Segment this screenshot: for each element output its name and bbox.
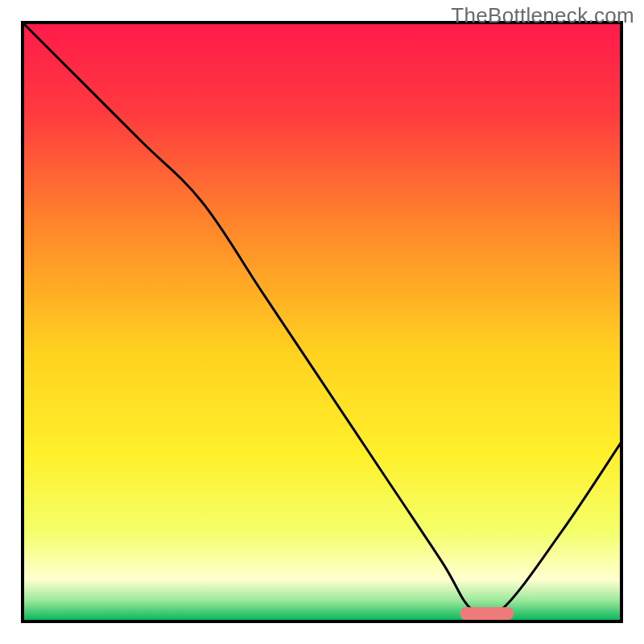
- chart-container: { "watermark": "TheBottleneck.com", "cha…: [0, 0, 644, 644]
- optimum-marker: [460, 607, 514, 620]
- watermark-text: TheBottleneck.com: [451, 3, 634, 28]
- bottleneck-chart: [0, 0, 644, 644]
- plot-area: [23, 23, 621, 621]
